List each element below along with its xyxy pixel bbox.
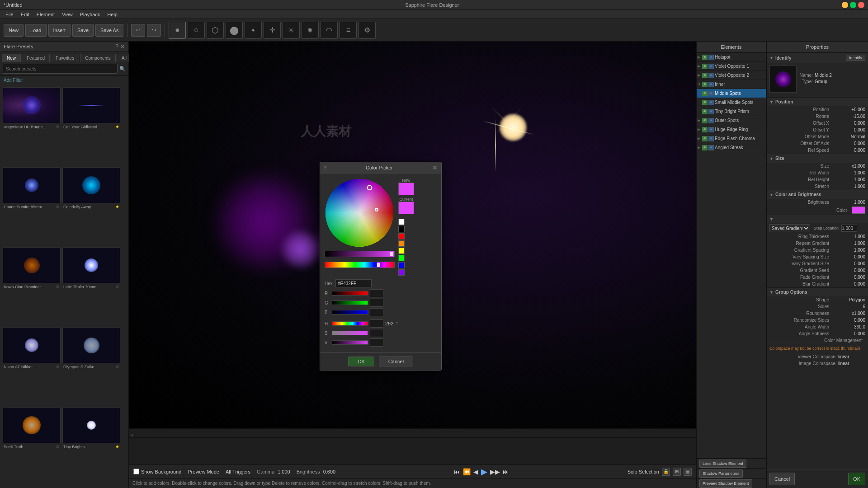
save-as-button[interactable]: Save As [95, 24, 123, 37]
show-background-checkbox[interactable] [133, 469, 139, 474]
element-outer-spots[interactable]: ▶ 👁 ✓ Outer Spots [697, 116, 766, 125]
preset-star-icon[interactable]: ★ [115, 124, 119, 129]
check-icon[interactable]: ✓ [708, 136, 714, 141]
color-preset-red[interactable] [398, 233, 405, 239]
maximize-button[interactable] [850, 2, 856, 8]
load-button[interactable]: Load [25, 24, 46, 37]
section-size-header[interactable]: ▼ Size [767, 154, 868, 163]
insert-button[interactable]: Insert [48, 24, 71, 37]
color-preset-orange[interactable] [398, 240, 405, 247]
preset-item[interactable]: Colorfully Away ★ [62, 167, 120, 245]
preset-item[interactable]: Call Your Girlfriend ★ [62, 87, 120, 165]
shape-star-icon[interactable]: ✳ [283, 22, 300, 39]
check-icon[interactable]: ✓ [708, 145, 714, 150]
identify-button[interactable]: Identify [846, 55, 865, 61]
check-icon[interactable]: ✓ [708, 127, 714, 132]
s-slider[interactable] [332, 331, 368, 335]
visibility-icon[interactable]: 👁 [702, 109, 708, 114]
skip-forward-button[interactable]: ⏭ [503, 468, 509, 475]
shadow-parameters-button[interactable]: Shadow Parameters [699, 469, 743, 478]
undo-button[interactable]: ↩ [131, 24, 145, 37]
check-icon[interactable]: ✓ [708, 73, 714, 78]
menu-playback[interactable]: Playback [76, 12, 104, 17]
play-button[interactable]: ▶ [481, 467, 487, 477]
add-filter-link[interactable]: Add Filter [0, 76, 128, 84]
menu-file[interactable]: File [2, 12, 17, 17]
panel-help-icon[interactable]: ? [115, 43, 118, 50]
step-location-input[interactable] [841, 225, 857, 232]
g-slider[interactable] [332, 300, 368, 305]
view-button[interactable]: ▤ [684, 468, 692, 476]
check-icon[interactable]: ✓ [708, 118, 714, 123]
hex-input[interactable] [335, 279, 372, 287]
minimize-button[interactable] [842, 2, 848, 8]
element-violet-opp1[interactable]: ▶ 👁 ✓ Violet Opposite 1 [697, 62, 766, 71]
new-button[interactable]: New [4, 24, 24, 37]
element-small-middle-spots[interactable]: ▶ 👁 ✓ Small Middle Spots [697, 98, 766, 107]
shape-hex-icon[interactable]: ⬡ [207, 22, 224, 39]
shape-ring-icon[interactable]: ○ [188, 22, 205, 39]
rewind-button[interactable]: ⏪ [463, 468, 471, 475]
section-gradient-header[interactable]: ▼ [767, 215, 868, 223]
fit-button[interactable]: ⊞ [673, 468, 681, 476]
dialog-close-icon[interactable]: ✕ [432, 164, 438, 171]
color-preset-white[interactable] [398, 219, 405, 225]
visibility-icon[interactable]: 👁 [702, 136, 708, 141]
step-forward-button[interactable]: ▶▶ [490, 468, 500, 475]
color-cancel-button[interactable]: Cancel [379, 357, 413, 366]
shape-oval-icon[interactable]: ⬤ [226, 22, 243, 39]
preset-star-icon[interactable]: ☆ [56, 364, 60, 369]
color-preset-green[interactable] [398, 255, 405, 261]
g-input[interactable]: 50 [370, 299, 383, 307]
preset-item[interactable]: Seek Truth ☆ [3, 407, 61, 485]
step-back-button[interactable]: ◀ [473, 468, 478, 475]
close-button[interactable] [858, 2, 864, 8]
color-preset-purple[interactable] [398, 269, 405, 276]
menu-edit[interactable]: Edit [17, 12, 33, 17]
preset-star-icon[interactable]: ☆ [56, 204, 60, 209]
tab-featured[interactable]: Featured [22, 54, 50, 62]
save-button[interactable]: Save [72, 24, 94, 37]
skip-back-button[interactable]: ⏮ [454, 468, 460, 475]
element-violet-opp2[interactable]: ▶ 👁 ✓ Violet Opposite 2 [697, 71, 766, 80]
r-slider[interactable] [332, 291, 368, 296]
b-input[interactable]: 255 [370, 308, 383, 316]
preset-star-icon[interactable]: ☆ [115, 364, 119, 369]
tab-favorites[interactable]: Favorites [51, 54, 79, 62]
color-preset-black[interactable] [398, 226, 405, 232]
menu-view[interactable]: View [58, 12, 76, 17]
section-group-header[interactable]: ▼ Group Options [767, 288, 868, 296]
search-input[interactable] [3, 64, 118, 74]
visibility-icon[interactable]: 👁 [702, 127, 708, 132]
h-input[interactable] [370, 319, 383, 328]
element-edge-flash-chroma[interactable]: ▶ 👁 ✓ Edge Flash Chroma [697, 134, 766, 143]
visibility-icon[interactable]: 👁 [702, 100, 708, 105]
v-input[interactable]: 100 [370, 338, 383, 347]
section-position-header[interactable]: ▼ Position [767, 98, 868, 106]
check-icon[interactable]: ✓ [708, 82, 714, 87]
color-preset-blue[interactable] [398, 262, 405, 268]
preset-star-icon[interactable]: ☆ [56, 284, 60, 289]
color-wheel[interactable] [325, 178, 395, 248]
gradient-type-select[interactable]: Saved Gradient [769, 224, 810, 232]
element-hotspot[interactable]: ▶ 👁 ✓ Hotspot [697, 53, 766, 62]
redo-button[interactable]: ↪ [147, 24, 161, 37]
visibility-icon[interactable]: 👁 [702, 91, 708, 96]
preset-star-icon[interactable]: ☆ [115, 284, 119, 289]
preset-item[interactable]: Olympus S Zuiko... ☆ [62, 327, 120, 405]
check-icon[interactable]: ✓ [708, 100, 714, 105]
search-icon[interactable]: 🔍 [119, 66, 126, 72]
element-angled-streak[interactable]: ▶ 👁 ✓ Angled Streak [697, 143, 766, 152]
visibility-icon[interactable]: 👁 [702, 55, 708, 60]
preset-item[interactable]: Tiny Brights ★ [62, 407, 120, 485]
shape-sparkle-icon[interactable]: ✦ [245, 22, 262, 39]
lock-button[interactable]: 🔒 [662, 468, 670, 476]
shape-multistar-icon[interactable]: ✺ [302, 22, 319, 39]
check-icon[interactable]: ✓ [708, 55, 714, 60]
hue-slider[interactable] [325, 262, 395, 268]
element-huge-edge-ring[interactable]: ▶ 👁 ✓ Huge Edge Ring [697, 125, 766, 134]
preset-star-icon[interactable]: ☆ [56, 444, 60, 449]
shape-lines-icon[interactable]: ≡ [340, 22, 357, 39]
visibility-icon[interactable]: 👁 [702, 118, 708, 123]
s-input[interactable]: 80 [370, 329, 383, 337]
